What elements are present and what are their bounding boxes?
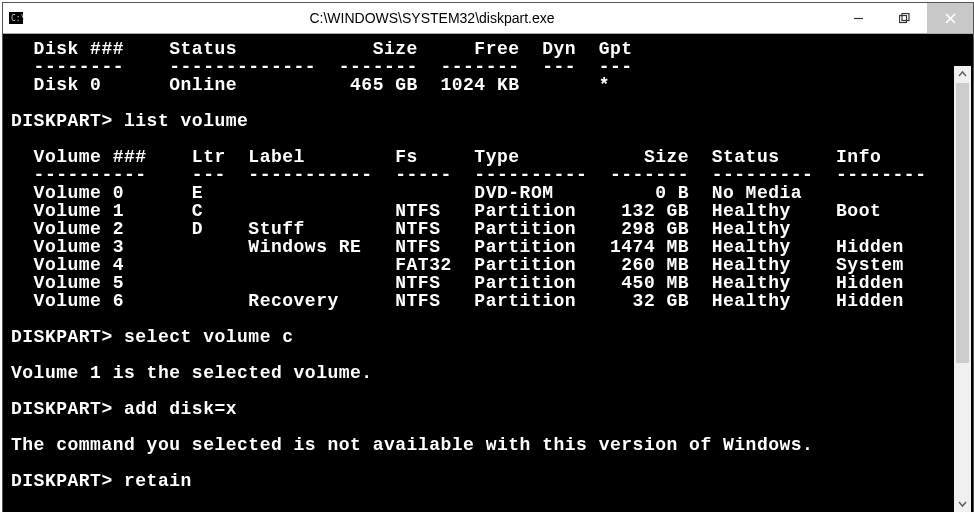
close-button[interactable] bbox=[927, 3, 973, 33]
titlebar[interactable]: C:\ C:\WINDOWS\SYSTEM32\diskpart.exe bbox=[3, 3, 973, 34]
scrollbar-track[interactable] bbox=[954, 83, 971, 495]
maximize-button[interactable] bbox=[881, 3, 927, 33]
scroll-down-button[interactable] bbox=[954, 495, 971, 512]
system-menu-icon[interactable]: C:\ bbox=[3, 10, 29, 26]
window-controls bbox=[835, 3, 973, 33]
svg-text:C:\: C:\ bbox=[11, 14, 24, 23]
minimize-button[interactable] bbox=[835, 3, 881, 33]
svg-rect-5 bbox=[899, 15, 906, 22]
svg-rect-6 bbox=[902, 13, 909, 20]
scroll-up-button[interactable] bbox=[954, 66, 971, 83]
window-title: C:\WINDOWS\SYSTEM32\diskpart.exe bbox=[29, 10, 835, 26]
terminal-output[interactable]: Disk ### Status Size Free Dyn Gpt ------… bbox=[3, 34, 973, 512]
vertical-scrollbar[interactable] bbox=[954, 66, 971, 512]
scrollbar-thumb[interactable] bbox=[956, 83, 969, 363]
